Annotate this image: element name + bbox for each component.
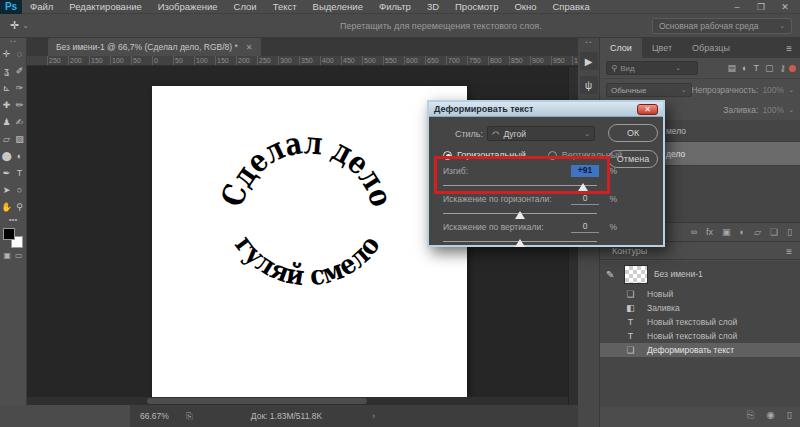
- history-brush-tool[interactable]: ✍: [13, 113, 26, 130]
- quick-mask-mode[interactable]: ▣: [3, 251, 11, 260]
- crop-tool[interactable]: ⊾: [0, 79, 13, 96]
- shape-tool[interactable]: ○: [13, 181, 26, 198]
- new-doc-from-state-icon[interactable]: ⎘: [747, 409, 755, 421]
- panel-menu-icon[interactable]: ≡: [778, 38, 800, 58]
- hand-tool[interactable]: ✋: [0, 198, 13, 215]
- history-state-row[interactable]: T Новый текстовый слой: [600, 315, 800, 329]
- eyedropper-tool[interactable]: ✑: [13, 79, 26, 96]
- clone-stamp-tool[interactable]: ♟: [0, 113, 13, 130]
- slider-track[interactable]: [443, 241, 597, 247]
- filter-shape-layers-icon[interactable]: ▢: [765, 63, 774, 73]
- layer-group-icon[interactable]: ▱: [754, 227, 761, 237]
- field-value[interactable]: 0: [571, 193, 599, 205]
- opacity-value[interactable]: 100%: [762, 85, 784, 95]
- history-snapshot-row[interactable]: ✎ Без имени-1: [600, 261, 800, 287]
- history-brush-source-icon[interactable]: ✎: [606, 269, 618, 280]
- lasso-tool[interactable]: ʓ: [0, 62, 13, 79]
- filter-adjustment-layers-icon[interactable]: ◐: [742, 63, 747, 73]
- history-state-row[interactable]: ◧ Заливка: [600, 301, 800, 315]
- field-value[interactable]: 0: [571, 221, 599, 233]
- foreground-color[interactable]: [3, 228, 15, 240]
- tab-close-icon[interactable]: ✕: [246, 43, 253, 52]
- current-tool-selector[interactable]: ✛ ⌄: [0, 19, 39, 32]
- blur-tool[interactable]: ⬤: [0, 147, 13, 164]
- menu-item[interactable]: Просмотр: [447, 1, 506, 12]
- canvas[interactable]: Сделал дело гуляй смело: [152, 86, 467, 398]
- status-options-chevron[interactable]: ›: [372, 411, 375, 421]
- layer-filter-search[interactable]: ⚲ ⌄: [606, 61, 698, 75]
- type-tool[interactable]: T: [13, 164, 26, 181]
- panel-tab[interactable]: Образцы: [682, 38, 740, 58]
- filter-type-layers-icon[interactable]: T: [753, 63, 759, 73]
- filter-smart-objects-icon[interactable]: ⚷: [779, 63, 786, 73]
- move-tool[interactable]: ✛: [0, 45, 13, 62]
- filter-toggle-icon[interactable]: [789, 65, 796, 72]
- quick-selection-tool[interactable]: ✐: [13, 62, 26, 79]
- menu-item[interactable]: Файл: [22, 1, 61, 12]
- menu-item[interactable]: 3D: [419, 1, 447, 12]
- path-selection-tool[interactable]: ➤: [0, 181, 13, 198]
- scrollbar-thumb[interactable]: [147, 398, 367, 404]
- more-tools-button[interactable]: •••: [0, 215, 26, 225]
- field-value[interactable]: +91: [571, 165, 599, 177]
- adjustment-layer-icon[interactable]: ◐: [740, 227, 745, 237]
- radio-vertical[interactable]: Вертикальный: [548, 150, 623, 160]
- slider-track[interactable]: [443, 185, 597, 191]
- minimize-button[interactable]: –: [726, 2, 748, 12]
- actions-panel-icon[interactable]: ▶: [580, 52, 598, 70]
- zoom-level-field[interactable]: 66.67%: [140, 411, 176, 421]
- panel-drag-handle[interactable]: • •: [0, 38, 26, 45]
- marquee-tool[interactable]: ◌: [13, 45, 26, 62]
- slider-track[interactable]: [443, 213, 597, 219]
- healing-brush-tool[interactable]: ✚: [0, 96, 13, 113]
- link-layers-icon[interactable]: ∞: [691, 227, 697, 237]
- warp-style-dropdown[interactable]: ◠ Дугой ⌄: [487, 126, 595, 141]
- panel-menu-icon[interactable]: ≡: [778, 246, 800, 257]
- fill-value[interactable]: 100%: [762, 105, 784, 115]
- menu-item[interactable]: Справка: [545, 1, 598, 12]
- menu-item[interactable]: Выделение: [305, 1, 371, 12]
- close-button[interactable]: ✕: [774, 2, 796, 12]
- menu-item[interactable]: Окно: [506, 1, 544, 12]
- dialog-title-bar[interactable]: Деформировать текст ✕: [429, 102, 663, 117]
- radio-horizontal[interactable]: Горизонтальный: [443, 150, 526, 160]
- panel-drag-handle[interactable]: • •: [578, 39, 599, 46]
- slider-thumb[interactable]: [515, 239, 525, 247]
- pen-tool[interactable]: ✒: [0, 164, 13, 181]
- layer-mask-icon[interactable]: ▣: [722, 227, 731, 237]
- brush-tool[interactable]: ✏: [13, 96, 26, 113]
- new-layer-icon[interactable]: ❏: [770, 227, 778, 237]
- blend-mode-selector[interactable]: Обычные ⌄: [606, 83, 692, 97]
- search-input[interactable]: [620, 64, 672, 73]
- menu-item[interactable]: Изображение: [150, 1, 226, 12]
- zoom-tool[interactable]: ⚲: [13, 198, 26, 215]
- history-state-row[interactable]: ❏ Деформировать текст: [600, 343, 800, 357]
- document-tab[interactable]: Без имени-1 @ 66,7% (Сделал дело, RGB/8)…: [48, 38, 261, 56]
- slider-thumb[interactable]: [578, 183, 588, 191]
- dodge-tool[interactable]: ◐: [13, 147, 26, 164]
- ok-button[interactable]: ОК: [608, 124, 658, 142]
- eraser-tool[interactable]: ▱: [0, 130, 13, 147]
- gradient-tool[interactable]: ▨: [13, 130, 26, 147]
- menu-item[interactable]: Слои: [226, 1, 265, 12]
- slider-thumb[interactable]: [515, 211, 525, 219]
- screen-mode[interactable]: ▭: [15, 251, 23, 260]
- brush-panel-icon[interactable]: ψ: [580, 76, 598, 94]
- menu-item[interactable]: Редактирование: [61, 1, 149, 12]
- delete-layer-icon[interactable]: ▯: [787, 227, 792, 237]
- delete-state-icon[interactable]: ▯: [787, 409, 792, 421]
- menu-item[interactable]: Фильтр: [371, 1, 419, 12]
- panel-tab[interactable]: Слои: [600, 38, 642, 58]
- horizontal-scrollbar[interactable]: [27, 397, 568, 405]
- new-snapshot-icon[interactable]: ◉: [766, 409, 774, 421]
- history-state-row[interactable]: ❏ Новый: [600, 287, 800, 301]
- filter-pixel-layers-icon[interactable]: ▤: [727, 63, 736, 73]
- restore-button[interactable]: ❐: [750, 2, 772, 12]
- layer-style-icon[interactable]: fx: [706, 227, 713, 237]
- panel-tab[interactable]: Цвет: [642, 38, 682, 58]
- dialog-close-button[interactable]: ✕: [637, 104, 658, 115]
- history-state-row[interactable]: T Новый текстовый слой: [600, 329, 800, 343]
- menu-item[interactable]: Текст: [265, 1, 305, 12]
- workspace-selector[interactable]: Основная рабочая среда ⌄: [652, 18, 792, 34]
- share-document-icon[interactable]: ⎘: [186, 411, 193, 422]
